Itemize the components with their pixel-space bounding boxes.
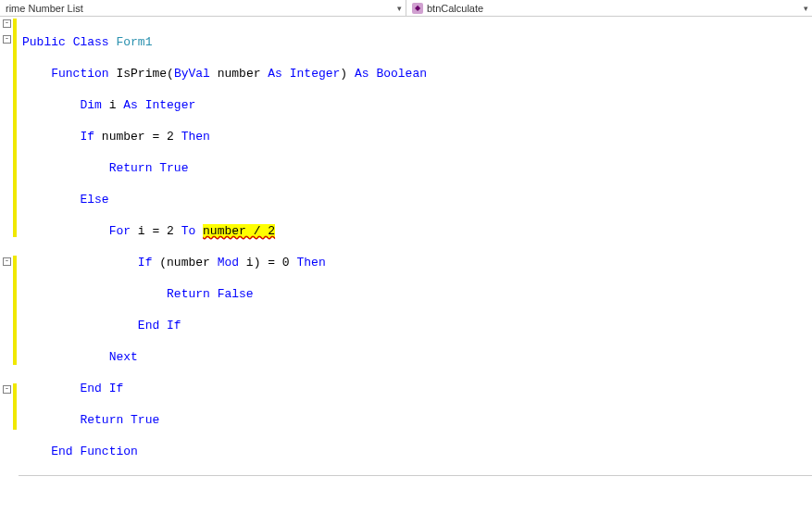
code-line[interactable]: End If bbox=[19, 318, 812, 333]
code-area[interactable]: Public Class Form1 Function IsPrime(ByVa… bbox=[19, 17, 812, 514]
code-line[interactable]: End If bbox=[19, 381, 812, 396]
code-line[interactable]: Function IsPrime(ByVal number As Integer… bbox=[19, 66, 812, 81]
code-line[interactable]: If (number Mod i) = 0 Then bbox=[19, 255, 812, 270]
highlighted-expression: number / 2 bbox=[203, 224, 275, 238]
outline-toggle[interactable]: - bbox=[3, 257, 11, 266]
gutter: - - - - bbox=[0, 17, 19, 514]
code-line[interactable]: Return False bbox=[19, 286, 812, 302]
code-line[interactable] bbox=[19, 492, 812, 508]
code-line[interactable]: Return True bbox=[19, 160, 812, 176]
chevron-down-icon: ▾ bbox=[397, 4, 402, 13]
code-line[interactable]: Dim i As Integer bbox=[19, 97, 812, 113]
method-icon: ◆ bbox=[412, 3, 423, 14]
member-dropdown-label: btnCalculate bbox=[427, 3, 483, 14]
chevron-down-icon: ▾ bbox=[804, 4, 808, 13]
code-line[interactable]: For i = 2 To number / 2 bbox=[19, 223, 812, 239]
code-editor[interactable]: - - - - Public Class Form1 Function IsPr… bbox=[0, 17, 812, 514]
code-line[interactable]: Public Class Form1 bbox=[19, 34, 812, 50]
outline-toggle[interactable]: - bbox=[3, 19, 11, 28]
navigation-bar: rime Number List ▾ ◆ btnCalculate ▾ bbox=[0, 0, 812, 17]
code-line[interactable]: Return True bbox=[19, 412, 812, 428]
outline-toggle[interactable]: - bbox=[3, 35, 11, 44]
outline-toggle[interactable]: - bbox=[3, 385, 11, 394]
change-marker bbox=[13, 256, 17, 365]
scope-dropdown-label: rime Number List bbox=[6, 3, 83, 14]
code-line[interactable]: End Function bbox=[19, 444, 812, 459]
code-line[interactable]: Next bbox=[19, 349, 812, 365]
scope-dropdown[interactable]: rime Number List ▾ bbox=[0, 0, 406, 16]
member-dropdown[interactable]: ◆ btnCalculate ▾ bbox=[406, 0, 812, 16]
region-separator bbox=[19, 475, 812, 476]
change-marker bbox=[13, 383, 17, 430]
code-line[interactable]: If number = 2 Then bbox=[19, 129, 812, 144]
change-marker bbox=[13, 19, 17, 237]
code-line[interactable]: Else bbox=[19, 192, 812, 207]
